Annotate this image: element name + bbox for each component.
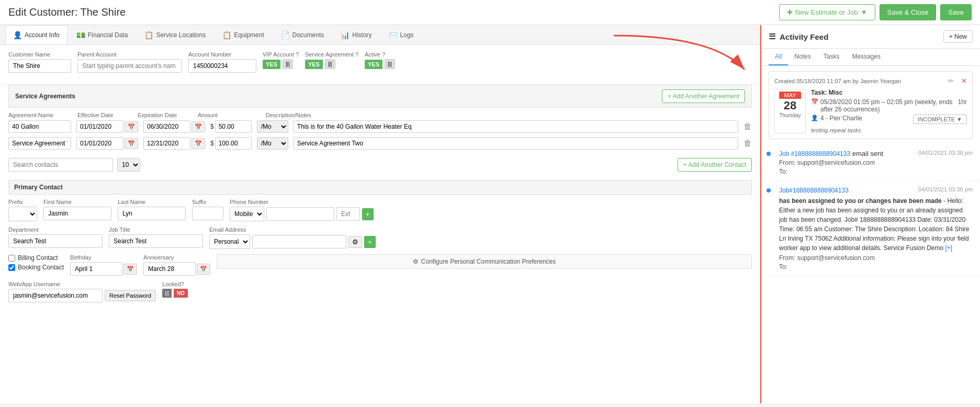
agreement-name-1[interactable]	[8, 120, 71, 133]
active-toggle[interactable]: YES |||	[365, 59, 395, 69]
activity-tab-tasks[interactable]: Tasks	[817, 49, 846, 65]
expiration-date-1[interactable]	[143, 120, 190, 133]
activity-job-link-2[interactable]: Job#1888888888904133	[779, 187, 849, 194]
web-username-input[interactable]	[8, 289, 103, 302]
tab-account-info[interactable]: 👤 Account Info	[5, 25, 67, 44]
email-type-select[interactable]: Personal	[209, 234, 250, 249]
new-activity-button[interactable]: + New	[943, 30, 973, 43]
activity-tab-messages[interactable]: Messages	[846, 49, 887, 65]
task-edit-icon[interactable]: ✏	[948, 77, 954, 85]
tab-logs[interactable]: ✉️ Logs	[381, 25, 422, 44]
first-name-input[interactable]	[43, 207, 111, 220]
task-close-icon[interactable]: ✕	[961, 77, 967, 85]
new-estimate-button[interactable]: ✚ New Estimate or Job ▼	[779, 4, 875, 20]
save-button[interactable]: Save	[940, 4, 972, 20]
job-title-input[interactable]	[109, 234, 203, 248]
parent-account-group: Parent Account	[77, 51, 182, 73]
task-status-badge[interactable]: INCOMPLETE ▼	[913, 115, 967, 124]
service-agreement-label: Service Agreement ?	[305, 51, 358, 58]
expiration-date-1-calendar[interactable]: 📅	[192, 121, 205, 132]
sa-toggle-btn[interactable]: |||	[325, 59, 335, 69]
amount-1[interactable]	[215, 120, 252, 133]
activity-expand-link[interactable]: [+]	[945, 244, 953, 252]
prefix-select[interactable]	[8, 207, 37, 221]
billing-contact-checkbox[interactable]	[8, 255, 15, 262]
activity-job-link-1[interactable]: Job #1888888888904133	[779, 150, 850, 157]
booking-contact-label[interactable]: Booking Contact	[8, 264, 64, 271]
booking-contact-checkbox[interactable]	[8, 264, 15, 271]
delete-agreement-1[interactable]: 🗑	[744, 122, 752, 131]
primary-contact-section: Primary Contact Prefix First Name Last N…	[0, 176, 760, 312]
tab-financial-data[interactable]: 💵 Financial Data	[69, 25, 136, 44]
dollar-sign-1: $	[210, 123, 214, 130]
phone-ext-input[interactable]	[336, 207, 360, 221]
activity-tab-all[interactable]: All	[769, 49, 788, 65]
anniversary-input[interactable]	[143, 262, 196, 276]
vip-toggle[interactable]: YES |||	[263, 59, 299, 69]
equipment-icon: 📋	[222, 31, 231, 39]
billing-contact-label[interactable]: Billing Contact	[8, 254, 64, 262]
vip-toggle-btn[interactable]: |||	[283, 59, 293, 69]
effective-date-2[interactable]	[76, 137, 123, 150]
activity-item-2: Job#1888888888904133 04/01/2021 03:38 pm…	[761, 181, 980, 276]
description-1[interactable]	[294, 120, 738, 133]
add-contact-button[interactable]: + Add Another Contact	[678, 158, 752, 172]
last-name-input[interactable]	[118, 207, 186, 220]
activity-body-2: has been assigned to you or changes have…	[779, 196, 973, 253]
email-input[interactable]	[252, 235, 346, 248]
tab-equipment[interactable]: 📋 Equipment	[215, 25, 272, 44]
frequency-1[interactable]: /Mo	[257, 120, 288, 133]
account-number-input[interactable]	[188, 59, 256, 73]
customer-name-input[interactable]	[8, 59, 71, 73]
activity-body-text: - Hello: Either a new job has been assig…	[779, 197, 970, 252]
parent-account-input[interactable]	[77, 59, 182, 73]
per-page-select[interactable]: 10 25 50	[117, 158, 140, 172]
effective-date-1-calendar[interactable]: 📅	[125, 121, 138, 132]
financial-icon: 💵	[76, 31, 85, 39]
add-email-button[interactable]: +	[364, 236, 376, 248]
email-settings-button[interactable]: ⚙	[348, 236, 362, 248]
email-label: Email Address	[209, 227, 376, 233]
effective-date-2-calendar[interactable]: 📅	[125, 138, 138, 149]
expiration-date-2[interactable]	[143, 137, 190, 150]
active-group: Active ? YES |||	[365, 51, 395, 73]
task-card: Created 05/18/2020 11:07 am by Jasmin Ye…	[769, 71, 973, 139]
reset-password-button[interactable]: Reset Password	[105, 290, 156, 301]
task-schedule-row: 📅 05/28/2020 01:05 pm – 02:05 pm (weekly…	[811, 98, 967, 113]
tab-service-locations[interactable]: 📋 Service Locations	[137, 25, 213, 44]
activity-dot-2	[767, 188, 771, 193]
service-agreements-title: Service Agreements	[15, 93, 75, 100]
tab-documents[interactable]: 📄 Documents	[273, 25, 332, 44]
frequency-2[interactable]: /Mo	[257, 137, 288, 150]
department-input[interactable]	[8, 234, 103, 248]
activity-tab-notes[interactable]: Notes	[788, 49, 817, 65]
suffix-input[interactable]	[192, 207, 223, 220]
birthday-input[interactable]	[70, 262, 122, 276]
service-agreement-toggle[interactable]: YES |||	[305, 59, 358, 69]
configure-prefs-button[interactable]: ⚙ Configure Personal Communication Prefe…	[217, 254, 752, 269]
save-close-button[interactable]: Save & Close	[880, 4, 937, 20]
delete-agreement-2[interactable]: 🗑	[744, 139, 752, 148]
locked-toggle[interactable]: ||| NO	[162, 289, 188, 298]
add-phone-button[interactable]: +	[362, 208, 374, 220]
tab-history[interactable]: 📊 History	[333, 25, 379, 44]
add-agreement-button[interactable]: + Add Another Agreement	[662, 89, 745, 103]
phone-number-input[interactable]	[266, 207, 334, 221]
description-2[interactable]	[294, 137, 738, 150]
effective-date-1[interactable]	[76, 120, 123, 133]
task-schedule: 05/28/2020 01:05 pm – 02:05 pm (weekly, …	[820, 98, 956, 113]
phone-type-select[interactable]: Mobile	[230, 207, 264, 221]
agreement-name-2[interactable]	[8, 137, 71, 150]
calendar-icon: 📅	[811, 98, 818, 105]
activity-action-1: email sent	[852, 150, 883, 157]
anniversary-calendar-btn[interactable]: 📅	[197, 264, 210, 275]
expiration-date-2-calendar[interactable]: 📅	[192, 138, 205, 149]
active-toggle-btn[interactable]: |||	[385, 59, 395, 69]
suffix-group: Suffix	[192, 199, 223, 221]
last-name-label: Last Name	[118, 199, 186, 205]
task-weekday: Thursday	[779, 112, 801, 118]
contact-row-4: Web/App Username Reset Password Locked? …	[8, 281, 752, 302]
amount-2[interactable]	[215, 137, 252, 150]
birthday-calendar-btn[interactable]: 📅	[123, 264, 137, 275]
search-contacts-input[interactable]	[8, 158, 113, 172]
